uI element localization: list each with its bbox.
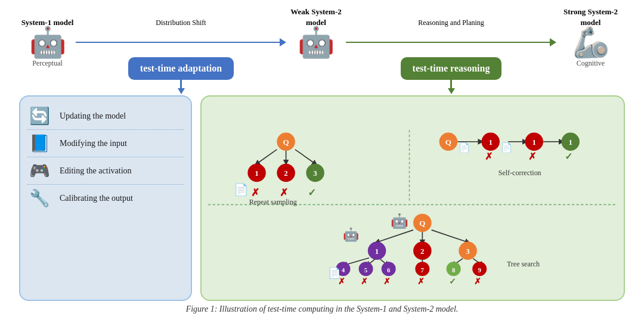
svg-text:2: 2 bbox=[420, 247, 425, 256]
svg-line-39 bbox=[377, 230, 413, 243]
svg-line-41 bbox=[432, 230, 468, 243]
editing-icon: 🎮 bbox=[27, 161, 51, 181]
svg-text:9: 9 bbox=[478, 266, 481, 274]
arrow2-line bbox=[346, 42, 550, 44]
arrow1-head bbox=[280, 38, 286, 46]
modifying-icon: 📘 bbox=[27, 133, 51, 153]
down-arrow1-col bbox=[76, 80, 286, 94]
cognitive-col: Cognitive bbox=[556, 57, 625, 68]
svg-text:✗: ✗ bbox=[383, 276, 391, 286]
right-panel-svg: Q 1 2 3 📄 ✗ ✗ bbox=[202, 97, 624, 300]
calibrating-icon: 🔧 bbox=[27, 188, 51, 208]
system2-weak-label: Weak System-2 model bbox=[290, 7, 342, 27]
modifying-text: Modifying the input bbox=[60, 139, 127, 148]
top-labels-row: System-1 model Distribution Shift Weak S… bbox=[12, 6, 632, 27]
item-calibrating: 🔧 Calibrating the output bbox=[27, 185, 184, 212]
system2-strong-label-col: Strong System-2 model bbox=[556, 6, 625, 27]
system1-robot: 🤖 bbox=[19, 27, 76, 57]
arrow2-label-col: Reasoning and Planing bbox=[346, 17, 556, 27]
down-arrows-row bbox=[12, 80, 632, 94]
arrow1-segment bbox=[76, 38, 286, 46]
bottom-panels: 🔄 Updating the model 📘 Modifying the inp… bbox=[12, 95, 632, 301]
arrow2-label: Reasoning and Planing bbox=[418, 18, 484, 27]
svg-text:Q: Q bbox=[283, 138, 289, 147]
down-arrow2-head bbox=[448, 88, 455, 94]
svg-text:✗: ✗ bbox=[528, 151, 536, 162]
svg-text:3: 3 bbox=[313, 169, 317, 178]
svg-text:Q: Q bbox=[445, 138, 451, 147]
system2-strong-robot: 🦾 bbox=[556, 27, 625, 57]
svg-text:✓: ✓ bbox=[565, 151, 572, 162]
svg-text:✗: ✗ bbox=[361, 276, 368, 286]
left-panel: 🔄 Updating the model 📘 Modifying the inp… bbox=[19, 95, 192, 301]
system2-strong-icon: 🦾 bbox=[572, 27, 609, 57]
svg-line-6 bbox=[295, 150, 315, 164]
svg-text:6: 6 bbox=[387, 266, 391, 274]
top-diagram: System-1 model Distribution Shift Weak S… bbox=[12, 6, 632, 94]
system2-weak-label-col: Weak System-2 model bbox=[286, 6, 346, 27]
system2-weak-robot: 🤖 bbox=[286, 27, 346, 57]
item-updating: 🔄 Updating the model bbox=[27, 102, 184, 130]
svg-text:3: 3 bbox=[466, 247, 470, 256]
item-modifying: 📘 Modifying the input bbox=[27, 130, 184, 157]
svg-text:✗: ✗ bbox=[280, 187, 288, 198]
arrow1-line bbox=[76, 42, 280, 44]
svg-text:Q: Q bbox=[419, 219, 425, 228]
svg-text:Repeat sampling: Repeat sampling bbox=[249, 198, 297, 206]
box1: test-time adaptation bbox=[128, 57, 234, 80]
svg-text:✓: ✓ bbox=[308, 187, 316, 198]
svg-text:Tree search: Tree search bbox=[507, 260, 540, 268]
updating-icon: 🔄 bbox=[27, 106, 51, 126]
box2: test-time reasoning bbox=[401, 57, 502, 80]
perceptual-col: Perceptual bbox=[19, 57, 76, 68]
arrow2-head bbox=[550, 38, 556, 46]
arrow1-label-col: Distribution Shift bbox=[76, 17, 286, 27]
svg-text:✗: ✗ bbox=[474, 276, 481, 286]
calibrating-text: Calibrating the output bbox=[60, 194, 133, 203]
svg-text:✓: ✓ bbox=[449, 276, 456, 286]
down-arrow2-line bbox=[450, 80, 452, 88]
svg-text:1: 1 bbox=[255, 169, 259, 178]
top-boxes-row: Perceptual test-time adaptation test-tim… bbox=[12, 57, 632, 80]
system2-strong-sub-label: Cognitive bbox=[577, 59, 605, 67]
updating-text: Updating the model bbox=[60, 111, 126, 121]
arrow2-segment bbox=[346, 38, 556, 46]
caption-row: Figure 1: Illustration of test-time comp… bbox=[12, 303, 632, 314]
svg-text:7: 7 bbox=[421, 266, 425, 274]
svg-text:8: 8 bbox=[452, 266, 456, 274]
svg-text:✗: ✗ bbox=[417, 276, 425, 286]
down-arrow2-col bbox=[346, 80, 556, 94]
svg-text:1: 1 bbox=[375, 247, 379, 256]
svg-text:1: 1 bbox=[532, 138, 536, 147]
svg-text:🤖: 🤖 bbox=[391, 212, 408, 229]
top-icons-row: 🤖 🤖 🦾 bbox=[12, 27, 632, 57]
system1-sub-label: Perceptual bbox=[32, 59, 63, 67]
item-editing: 🎮 Editing the activation bbox=[27, 157, 184, 185]
editing-text: Editing the activation bbox=[60, 166, 132, 176]
svg-text:4: 4 bbox=[342, 266, 345, 274]
svg-text:📄: 📄 bbox=[501, 142, 513, 153]
system1-robot-icon: 🤖 bbox=[29, 27, 66, 57]
caption-text: Figure 1: Illustration of test-time comp… bbox=[186, 305, 459, 313]
arrow1-label: Distribution Shift bbox=[156, 18, 206, 27]
svg-text:1: 1 bbox=[488, 138, 493, 147]
svg-text:✗: ✗ bbox=[251, 187, 259, 198]
right-panel: Q 1 2 3 📄 ✗ ✗ bbox=[200, 95, 625, 301]
system2-strong-label: Strong System-2 model bbox=[564, 7, 618, 27]
svg-text:✗: ✗ bbox=[485, 151, 493, 162]
box1-col: test-time adaptation bbox=[76, 57, 286, 80]
svg-text:5: 5 bbox=[364, 266, 368, 274]
svg-text:🤖: 🤖 bbox=[343, 226, 360, 243]
svg-text:1: 1 bbox=[568, 138, 572, 147]
svg-text:Self-correction: Self-correction bbox=[499, 169, 541, 177]
svg-text:✗: ✗ bbox=[338, 276, 345, 286]
svg-line-4 bbox=[257, 150, 277, 164]
system2-weak-icon: 🤖 bbox=[298, 27, 335, 57]
box2-col: test-time reasoning bbox=[346, 57, 556, 80]
svg-text:📄: 📄 bbox=[459, 142, 470, 153]
main-container: System-1 model Distribution Shift Weak S… bbox=[0, 0, 644, 320]
svg-text:📄: 📄 bbox=[234, 182, 249, 197]
down-arrow1-line bbox=[180, 80, 182, 88]
down-arrow1-head bbox=[178, 88, 185, 94]
svg-text:2: 2 bbox=[284, 169, 288, 178]
